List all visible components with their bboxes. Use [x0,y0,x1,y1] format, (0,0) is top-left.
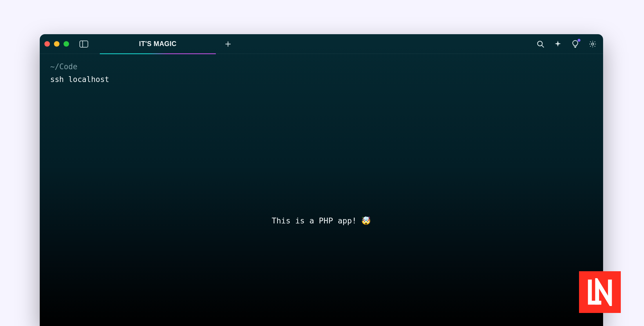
titlebar-actions [536,39,597,49]
command-line: ssh localhost [50,73,593,86]
titlebar: IT'S MAGIC [40,34,603,54]
window-controls [44,41,69,47]
new-tab-button[interactable] [224,40,232,48]
tab-title: IT'S MAGIC [139,40,176,48]
brand-logo [579,271,621,313]
panel-toggle-icon[interactable] [79,41,88,48]
search-icon[interactable] [536,39,545,49]
terminal-window: IT'S MAGIC [40,34,603,326]
svg-rect-0 [80,41,88,47]
minimize-window-button[interactable] [54,41,59,47]
close-window-button[interactable] [44,41,50,47]
terminal-body[interactable]: ~/Code ssh localhost [40,54,603,92]
tab-active[interactable]: IT'S MAGIC [100,34,216,54]
svg-point-6 [591,43,594,45]
tab-underline [100,53,216,54]
zoom-window-button[interactable] [64,41,69,47]
prompt-path: ~/Code [50,60,593,73]
notification-dot-icon [578,39,580,42]
center-message: This is a PHP app! 🤯 [40,216,603,225]
gear-icon[interactable] [588,39,597,49]
svg-line-5 [542,45,544,47]
sparkle-icon[interactable] [553,39,562,49]
lightbulb-icon[interactable] [571,39,580,49]
